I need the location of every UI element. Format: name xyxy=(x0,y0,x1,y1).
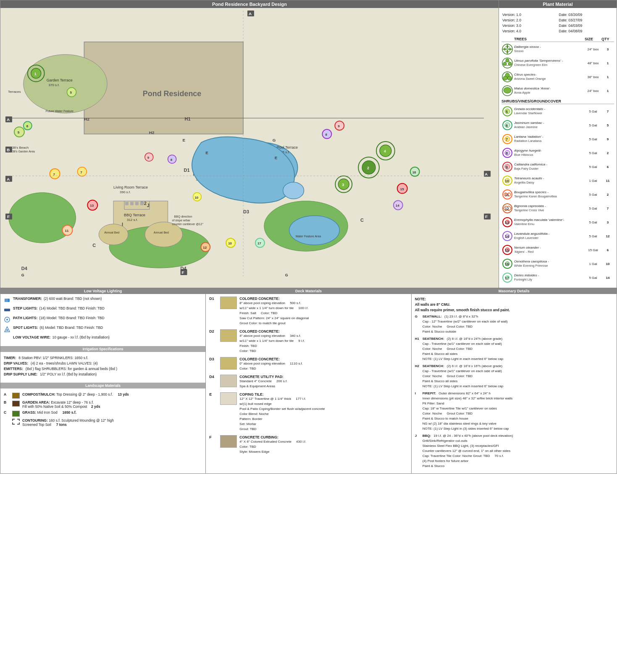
colored-extruded-concrete: Colored Extruded Concrete xyxy=(251,440,291,444)
shrub-row-8: 8 Alyogyne huegelii-Blue Hibiscus 5 Gal … xyxy=(501,147,614,159)
version-2-label: Version: 2.0 xyxy=(501,18,558,23)
shrub-9-qty: 6 xyxy=(601,165,614,169)
landscape-desc-contouring: CONTOURING: 160 s.f. Sculptured Mounding… xyxy=(22,418,114,427)
lighting-row-wire: LOW VOLTAGE WIRE: 10 gauge - xx l.f. (tb… xyxy=(4,335,202,339)
svg-text:J: J xyxy=(147,203,150,208)
svg-text:7: 7 xyxy=(80,171,82,174)
svg-text:17: 17 xyxy=(257,242,261,245)
svg-text:312 s.f.: 312 s.f. xyxy=(127,218,138,222)
tree-3-icon xyxy=(501,71,513,83)
svg-text:15: 15 xyxy=(400,187,404,191)
shrub-6-size: 5 Gal xyxy=(585,123,601,127)
shrub-7-qty: 9 xyxy=(601,137,614,141)
svg-text:11: 11 xyxy=(65,229,68,233)
version-1-date: Date: 03/20/09 xyxy=(558,12,614,17)
svg-text:14: 14 xyxy=(396,204,399,207)
irrigation-row-supply: DRIP SUPPLY LINE: 1/2" POLY xx l.f. (tbd… xyxy=(4,372,202,376)
landscape-swatch-a xyxy=(12,393,20,399)
shrub-15-qty: 6 xyxy=(601,248,614,252)
step-light-desc: (14) Model: TBD Brand: TBD Finish: TBD xyxy=(39,306,104,310)
landscape-content: A COMPOST/MULCH: Top Dressing @ 2" deep … xyxy=(0,390,205,431)
svg-text:17: 17 xyxy=(505,276,509,280)
landscape-title: Landscape Materials xyxy=(0,383,205,388)
shrub-15-size: 15 Gal xyxy=(585,248,601,252)
shrub-row-16: 16 Oenothera caespitosa -White Evening P… xyxy=(501,257,614,270)
seatbench-h1-title: SEATBENCH: xyxy=(423,337,444,341)
masonry-row-h1: H1 SEATBENCH: (2) 8 l.f. @ 16"d x 24"h (… xyxy=(415,336,613,362)
deck-key-e: E xyxy=(209,392,218,396)
deck-swatch-e xyxy=(220,392,237,405)
svg-text:5: 5 xyxy=(18,131,20,134)
svg-text:16: 16 xyxy=(505,262,509,266)
deck-desc-f: CONCRETE CURBING: 4" X 6" Colored Extrud… xyxy=(239,435,407,454)
path-light-desc: (18) Model: TBD Brand: TBD Finish: TBD xyxy=(39,316,104,320)
masonry-content: NOTE: All walls are 8" CMU. All walls re… xyxy=(412,294,617,473)
irrigation-row-emitters: EMITTERS: (tbd ) flag SHRUBBLERS: for ga… xyxy=(4,367,202,371)
masonry-row-g: G SEATWALL: (1) 23 l.f. @ 8"d x 32"h Cap… xyxy=(415,314,613,334)
svg-text:BBQ Terrace: BBQ Terrace xyxy=(124,213,145,217)
shrub-5-name: Grewia occidentalis -Lavendar Starflower xyxy=(514,107,585,116)
shrub-14-name: Lavandula angustifolia -English Lavender xyxy=(514,232,585,240)
svg-rect-121 xyxy=(140,202,144,205)
version-3-date: Date: 04/03/09 xyxy=(558,23,614,28)
svg-text:9: 9 xyxy=(147,156,150,160)
svg-text:D1: D1 xyxy=(184,168,190,173)
supply-label: DRIP SUPPLY LINE: xyxy=(4,372,37,376)
svg-text:A: A xyxy=(7,177,10,181)
trees-header: TREES SIZE QTY xyxy=(501,37,614,42)
svg-text:Pool Terrace: Pool Terrace xyxy=(277,145,298,150)
landscape-swatch-b xyxy=(12,401,20,407)
svg-text:10: 10 xyxy=(505,179,509,183)
deck-d3-header: COLORED CONCRETE: xyxy=(239,357,407,361)
emitters-label: EMITTERS: xyxy=(4,367,23,371)
shrub-6-name: Jasminum sambac -Arabian Jasmine xyxy=(514,121,585,129)
shrub-13-qty: 3 xyxy=(601,220,614,224)
svg-text:Annual Bed: Annual Bed xyxy=(154,231,169,234)
deck-row-e: E COPING TILE: 12" X 12" Travertine @ 1 … xyxy=(209,392,407,432)
svg-line-181 xyxy=(5,318,5,318)
emitters-value: (tbd ) flag SHRUBBLERS: for garden & ann… xyxy=(26,367,117,371)
deck-swatch-d3 xyxy=(220,357,237,370)
masonry-row-i: I FIREPIT: Outer dimensions 82" x 64" x … xyxy=(415,391,613,431)
lighting-section-title: Low Voltage Lighting xyxy=(0,288,205,294)
svg-text:8: 8 xyxy=(506,151,508,155)
shrub-9-size: 5 Gal xyxy=(585,165,601,169)
deck-swatch-d1 xyxy=(220,297,237,309)
masonry-key-g: G xyxy=(415,314,423,319)
svg-text:9: 9 xyxy=(338,124,340,128)
svg-text:12: 12 xyxy=(505,207,509,211)
masonry-desc-h2: SEATBENCH: (2) 6 l.f. @ 16"d x 16"h (abo… xyxy=(423,364,504,389)
shrub-5-size: 5 Gal xyxy=(585,110,601,113)
shrub-5-qty: 7 xyxy=(601,110,614,113)
shrub-14-size: 5 Gal xyxy=(585,234,601,238)
wire-label: LOW VOLTAGE WIRE: xyxy=(13,335,50,339)
shrub-7-size: 5 Gal xyxy=(585,137,601,141)
landscape-row-contouring: CONTOURING: 160 s.f. Sculptured Mounding… xyxy=(4,418,202,427)
deck-key-d2: D2 xyxy=(209,329,218,333)
svg-text:13: 13 xyxy=(505,220,509,225)
masonry-desc-i: FIREPIT: Outer dimensions 82" x 64" x 24… xyxy=(423,391,513,431)
deck-row-d2: D2 COLORED CONCRETE: 4" above pool copin… xyxy=(209,329,407,354)
svg-text:E: E xyxy=(275,155,278,160)
wire-desc: 10 gauge - xx l.f. (tbd by installation) xyxy=(52,335,110,339)
svg-text:6: 6 xyxy=(26,124,29,128)
svg-text:C: C xyxy=(360,218,364,223)
shrub-10-icon: 10 xyxy=(501,175,513,186)
landscape-swatch-c xyxy=(12,411,20,417)
shrub-10-size: 1 Gal xyxy=(585,179,601,183)
tree-2-size: 48" box xyxy=(585,61,601,65)
irrigation-row-timer: TIMER: 8 Station PBV: 1/2" SPRINKLERS: 1… xyxy=(4,356,202,360)
deck-key-d3: D3 xyxy=(209,357,218,361)
svg-text:I: I xyxy=(122,222,123,227)
shrub-8-qty: 2 xyxy=(601,151,614,155)
svg-text:H2: H2 xyxy=(149,130,155,135)
masonry-row-j: J BBQ: 19 l.f. @ 24 - 36"d x 40"h (above… xyxy=(415,433,613,469)
top-section: Pond Residence Backyard Design Pond Resi… xyxy=(0,0,617,288)
svg-text:E: E xyxy=(205,150,208,155)
shrub-16-icon: 16 xyxy=(501,258,513,270)
shrub-16-name: Oenothera caespitosa -White Evening Prim… xyxy=(514,260,585,268)
shrub-row-6: 6 Jasminum sambac -Arabian Jasmine 5 Gal… xyxy=(501,119,614,131)
svg-text:G: G xyxy=(285,273,288,277)
deck-desc-d3: COLORED CONCRETE: 0" above pool coping e… xyxy=(239,357,407,371)
shrub-12-name: Bignonia capreolata -Tangerine Cross Viv… xyxy=(514,204,585,213)
